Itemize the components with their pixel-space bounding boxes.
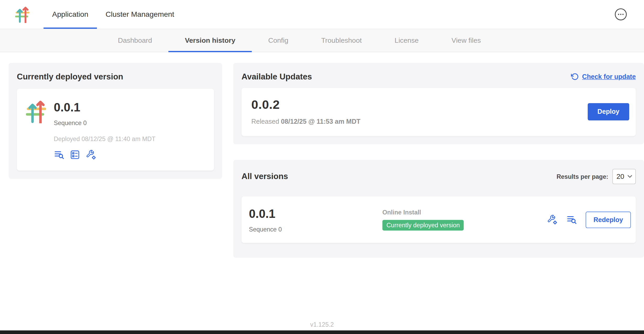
all-versions-panel: All versions Results per page: 20 0.0. [233,160,644,258]
update-version-number: 0.0.2 [251,98,360,112]
top-tabs: Application Cluster Management [43,0,183,29]
subnav-item-config[interactable]: Config [252,29,305,52]
deployed-version-info: 0.0.1 Sequence 0 Deployed 08/12/25 @ 11:… [54,99,155,160]
refresh-icon [571,73,579,80]
more-menu-button[interactable] [614,8,627,21]
results-per-page-value: 20 [616,173,624,181]
app-logo-icon [26,99,48,160]
release-notes-icon[interactable] [54,150,64,160]
release-notes-icon[interactable] [566,214,577,225]
preflight-checks-icon[interactable] [70,150,80,160]
deployed-actions [54,150,155,160]
update-released-line: Released 08/12/25 @ 11:53 am MDT [251,118,360,125]
results-per-page-select[interactable]: 20 [612,169,636,184]
currently-deployed-badge: Currently deployed version [382,220,464,231]
version-row-status: Online Install Currently deployed versio… [382,209,547,230]
released-date: 08/12/25 @ 11:53 am MDT [281,118,360,125]
app-logo-icon [15,6,31,23]
version-row-actions: Redeploy [547,212,631,228]
version-row-number: 0.0.1 [249,207,382,221]
results-per-page-label: Results per page: [556,173,608,180]
tab-application[interactable]: Application [43,0,97,29]
subnav-item-troubleshoot[interactable]: Troubleshoot [305,29,378,52]
version-row-sequence: Sequence 0 [249,226,382,233]
console-version: v1.125.2 [0,321,644,328]
subnav-item-version-history[interactable]: Version history [168,29,252,52]
bottom-bar [0,330,644,334]
subnav-label: License [395,36,419,45]
check-for-update-link[interactable]: Check for update [571,73,636,80]
results-per-page: Results per page: 20 [556,169,636,184]
released-prefix: Released [251,118,279,125]
chevron-down-icon [627,175,632,178]
tab-cluster-management-label: Cluster Management [106,10,174,19]
available-updates-title: Available Updates [242,72,312,81]
available-updates-header: Available Updates Check for update [242,72,636,81]
subnav-item-dashboard[interactable]: Dashboard [101,29,168,52]
app-sub-nav: Dashboard Version history Config Trouble… [0,29,644,52]
subnav-item-view-files[interactable]: View files [435,29,497,52]
deploy-button[interactable]: Deploy [588,103,629,120]
currently-deployed-panel: Currently deployed version 0.0.1 Sequenc… [9,63,222,179]
deployed-date: Deployed 08/12/25 @ 11:40 am MDT [54,135,155,142]
redeploy-button[interactable]: Redeploy [586,212,631,228]
version-row: 0.0.1 Sequence 0 Online Install Currentl… [242,196,636,243]
kots-admin-console: Application Cluster Management Dashboard… [0,0,644,334]
config-wrench-icon[interactable] [86,150,96,160]
subnav-label: Config [268,36,288,45]
all-versions-header: All versions Results per page: 20 [242,169,636,184]
main-content: Currently deployed version 0.0.1 Sequenc… [0,52,644,258]
update-info: 0.0.2 Released 08/12/25 @ 11:53 am MDT [251,98,360,125]
deployed-version-number: 0.0.1 [54,100,155,114]
right-column: Available Updates Check for update 0.0.2… [233,63,644,258]
available-update-card: 0.0.2 Released 08/12/25 @ 11:53 am MDT D… [242,88,636,136]
deployed-sequence: Sequence 0 [54,119,155,126]
subnav-label: View files [451,36,481,45]
available-updates-panel: Available Updates Check for update 0.0.2… [233,63,644,144]
subnav-label: Dashboard [118,36,152,45]
version-row-info: 0.0.1 Sequence 0 [249,207,382,233]
tab-application-label: Application [52,10,88,19]
install-type-label: Online Install [382,209,547,216]
subnav-item-license[interactable]: License [378,29,435,52]
currently-deployed-title: Currently deployed version [17,72,214,81]
config-wrench-icon[interactable] [547,214,557,225]
deployed-version-card: 0.0.1 Sequence 0 Deployed 08/12/25 @ 11:… [17,89,214,171]
subnav-label: Version history [185,36,236,45]
tab-cluster-management[interactable]: Cluster Management [97,0,183,29]
subnav-label: Troubleshoot [321,36,362,45]
more-menu-icon [614,8,627,21]
check-for-update-label: Check for update [582,73,636,80]
all-versions-title: All versions [242,172,288,181]
top-nav: Application Cluster Management [0,0,644,29]
